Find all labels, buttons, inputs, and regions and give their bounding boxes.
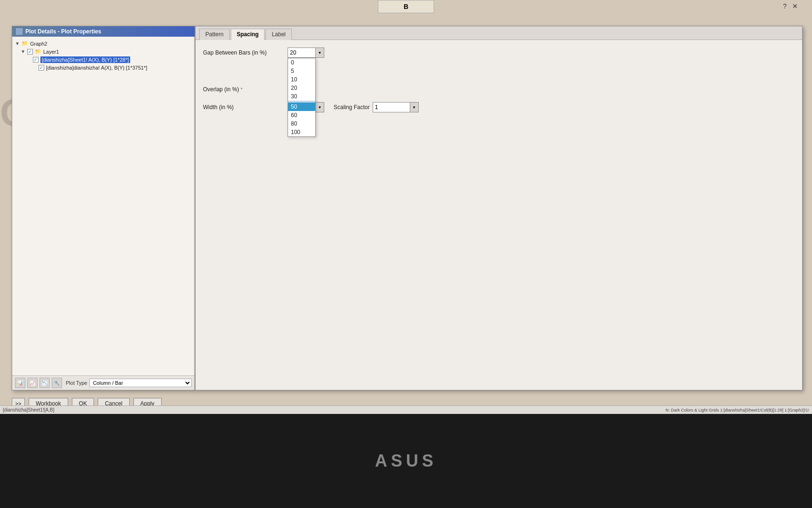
col-b-header: B — [378, 0, 434, 13]
gap-between-bars-row: Gap Between Bars (in %) 20 ▼ 0 5 10 20 — [203, 48, 795, 58]
tab-spacing[interactable]: Spacing — [231, 29, 265, 40]
plot-props-dialog: Pattern Spacing Label Gap Between Bars (… — [195, 26, 803, 390]
scaling-input[interactable]: 1 — [373, 102, 410, 112]
status-left: [dianshizha]Sheet1![A,B] — [3, 407, 55, 413]
gap-option-80[interactable]: 80 — [288, 119, 315, 128]
tree-item-sheet1[interactable]: ✓ [dianshizha]Sheet1! A(X), B(Y) [1*28*] — [15, 56, 192, 64]
help-button[interactable]: ? — [783, 2, 787, 10]
dialog-title-bar: Plot Details - Plot Properties — [12, 26, 195, 37]
scaling-factor-label: Scaling Factor — [334, 104, 370, 111]
gap-option-5[interactable]: 5 — [288, 67, 315, 75]
scaling-arrow[interactable]: ▼ — [410, 102, 419, 112]
plot-type-select[interactable]: Column / Bar — [89, 379, 192, 387]
checkbox-sheet1[interactable]: ✓ — [33, 57, 39, 63]
gap-option-20[interactable]: 20 — [288, 84, 315, 92]
gap-option-30[interactable]: 30 — [288, 92, 315, 101]
gap-option-100[interactable]: 100 — [288, 128, 315, 136]
toggle-graph2[interactable]: ▼ — [15, 41, 20, 46]
window-controls: ? ✕ — [783, 2, 798, 10]
scaling-combo: 1 ▼ — [373, 102, 419, 112]
tree-label-sheet1: [dianshizha]Sheet1! A(X), B(Y) [1*28*] — [40, 56, 130, 63]
screen-area: B C ? ✕ Plot Details - Plot Properties ▼… — [0, 0, 812, 414]
toolbar-btn-1[interactable]: 📊 — [15, 378, 25, 388]
gap-option-10[interactable]: 10 — [288, 75, 315, 84]
status-right: N: Dark Colors & Light Grids 1:[dianshiz… — [665, 408, 809, 413]
tab-pattern[interactable]: Pattern — [199, 29, 230, 40]
tab-label[interactable]: Label — [265, 29, 291, 40]
gap-dropdown-combo: 20 ▼ — [288, 48, 324, 58]
plot-details-dialog: Plot Details - Plot Properties ▼ 📁 Graph… — [12, 26, 195, 390]
gap-dropdown-arrow[interactable]: ▼ — [316, 48, 324, 58]
toolbar-btn-2[interactable]: 📈 — [27, 378, 38, 388]
gap-between-bars-label: Gap Between Bars (in %) — [203, 49, 288, 56]
tree-item-layer1[interactable]: ▼ ✓ 📁 Layer1 — [15, 48, 192, 56]
dialog-title: Plot Details - Plot Properties — [25, 28, 101, 35]
gap-dropdown-wrapper: 20 ▼ 0 5 10 20 30 50 60 80 — [288, 48, 324, 58]
overlap-label: Overlap (in %) * — [203, 86, 288, 93]
left-panel-toolbar: 📊 📈 📉 🔧 Plot Type Column / Bar — [12, 375, 195, 390]
status-bar: [dianshizha]Sheet1![A,B] N: Dark Colors … — [0, 405, 812, 414]
checkbox-dianshizha[interactable]: ✓ — [39, 65, 44, 71]
plot-type-label: Plot Type — [66, 380, 87, 386]
laptop-bezel: ASUS — [0, 414, 812, 508]
tabs-row: Pattern Spacing Label — [195, 26, 802, 40]
gap-option-50[interactable]: 50 — [288, 103, 315, 111]
tree-item-dianshizha[interactable]: ✓ [dianshizha]dianshizha! A(X), B(Y) [1*… — [15, 64, 192, 71]
toolbar-btn-4[interactable]: 🔧 — [52, 378, 62, 388]
gap-option-60[interactable]: 60 — [288, 111, 315, 119]
width-label: Width (in %) — [203, 104, 288, 111]
folder-icon-layer1: 📁 — [35, 48, 41, 55]
gap-input[interactable]: 20 — [288, 48, 316, 58]
spacing-tab-content: Gap Between Bars (in %) 20 ▼ 0 5 10 20 — [195, 40, 802, 390]
tree-label-layer1: Layer1 — [43, 49, 59, 55]
tree-panel: ▼ 📁 Graph2 ▼ ✓ 📁 Layer1 ✓ [dianshizha]Sh… — [12, 37, 195, 375]
folder-icon-graph2: 📁 — [22, 40, 28, 47]
toolbar-btn-3[interactable]: 📉 — [39, 378, 50, 388]
toggle-layer1[interactable]: ▼ — [21, 49, 25, 54]
asus-logo: ASUS — [375, 451, 437, 471]
gap-dropdown-list: 0 5 10 20 30 50 60 80 100 — [288, 58, 316, 137]
width-dropdown-arrow[interactable]: ▼ — [316, 102, 324, 112]
checkbox-layer1[interactable]: ✓ — [27, 49, 33, 55]
overlap-asterisk: * — [241, 87, 242, 92]
tree-label-dianshizha: [dianshizha]dianshizha! A(X), B(Y) [1*37… — [46, 65, 147, 71]
close-button[interactable]: ✕ — [792, 2, 798, 10]
tree-item-graph2[interactable]: ▼ 📁 Graph2 — [15, 40, 192, 48]
gap-option-0[interactable]: 0 — [288, 58, 315, 67]
tree-label-graph2: Graph2 — [30, 41, 47, 47]
dialog-title-icon — [16, 28, 23, 35]
